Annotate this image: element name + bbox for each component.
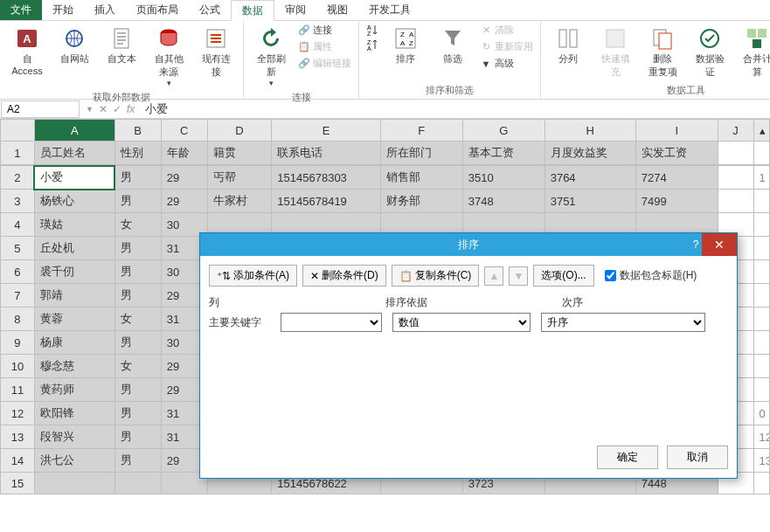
- cell[interactable]: 性别: [114, 142, 161, 165]
- cell[interactable]: 洪七公: [34, 449, 114, 473]
- cell[interactable]: [718, 190, 753, 213]
- delete-level-button[interactable]: ✕删除条件(D): [302, 265, 386, 287]
- cell[interactable]: 员工姓名: [34, 142, 114, 165]
- cell[interactable]: 男: [114, 284, 161, 307]
- sort-on-select[interactable]: 数值: [392, 313, 531, 332]
- cell[interactable]: 15145678303: [272, 166, 381, 190]
- cell[interactable]: 3764: [545, 166, 635, 190]
- reapply-link[interactable]: ↻重新应用: [478, 39, 535, 54]
- cell[interactable]: 所在部门: [380, 142, 462, 165]
- cell[interactable]: 男: [114, 331, 161, 355]
- tab-review[interactable]: 审阅: [274, 0, 316, 20]
- cancel-button[interactable]: 取消: [667, 446, 728, 469]
- tab-layout[interactable]: 页面布局: [126, 0, 189, 20]
- tab-formula[interactable]: 公式: [189, 0, 231, 20]
- cell[interactable]: 男: [114, 449, 161, 473]
- cell[interactable]: 女: [114, 355, 161, 378]
- confirm-icon[interactable]: ✓: [113, 103, 121, 115]
- edit-links-link[interactable]: 🔗编辑链接: [296, 56, 353, 71]
- dialog-titlebar[interactable]: 排序 ? ✕: [200, 233, 737, 256]
- connections-link[interactable]: 🔗连接: [296, 23, 353, 38]
- cell[interactable]: 7499: [635, 190, 718, 213]
- filter-button[interactable]: 筛选: [431, 23, 475, 67]
- cell[interactable]: 裘千仞: [34, 260, 114, 284]
- select-all[interactable]: [1, 120, 35, 142]
- row-11[interactable]: 11: [1, 378, 35, 402]
- cell[interactable]: 男: [114, 378, 161, 402]
- from-access-button[interactable]: A 自 Access: [5, 23, 49, 78]
- properties-link[interactable]: 📋属性: [296, 39, 353, 54]
- row-6[interactable]: 6: [1, 260, 35, 284]
- sort-asc-button[interactable]: AZ: [364, 23, 380, 37]
- cell[interactable]: 杨康: [34, 331, 114, 355]
- cell[interactable]: 穆念慈: [34, 355, 114, 378]
- row-12[interactable]: 12: [1, 402, 35, 425]
- row-3[interactable]: 3: [1, 190, 35, 213]
- cell[interactable]: 3748: [462, 190, 545, 213]
- tab-file[interactable]: 文件: [0, 0, 42, 20]
- row-2[interactable]: 2: [1, 166, 35, 190]
- cell[interactable]: 女: [114, 213, 161, 237]
- remove-duplicates-button[interactable]: 删除 重复项: [641, 23, 684, 80]
- cell[interactable]: [718, 166, 753, 190]
- cell[interactable]: 男: [114, 237, 161, 260]
- row-14[interactable]: 14: [1, 449, 35, 473]
- col-I[interactable]: I: [635, 120, 718, 142]
- cancel-icon[interactable]: ✕: [99, 103, 108, 115]
- cell[interactable]: 实发工资: [635, 142, 718, 165]
- cell[interactable]: 女: [114, 307, 161, 331]
- cell[interactable]: [114, 473, 161, 494]
- row-9[interactable]: 9: [1, 331, 35, 355]
- close-button[interactable]: ✕: [702, 233, 737, 256]
- refresh-all-button[interactable]: 全部刷新 ▾: [249, 23, 293, 89]
- cell[interactable]: 黄蓉: [34, 307, 114, 331]
- cell[interactable]: 15145678419: [272, 190, 381, 213]
- row-10[interactable]: 10: [1, 355, 35, 378]
- col-J[interactable]: J: [718, 120, 753, 142]
- col-A[interactable]: A: [34, 120, 114, 142]
- column-select[interactable]: [281, 313, 382, 332]
- from-text-button[interactable]: 自文本: [100, 23, 143, 67]
- col-E[interactable]: E: [272, 120, 381, 142]
- flash-fill-button[interactable]: 快速填充: [593, 23, 637, 80]
- cell[interactable]: 男: [114, 425, 161, 449]
- cell[interactable]: 财务部: [380, 190, 462, 213]
- has-header-input[interactable]: [605, 270, 616, 281]
- cell[interactable]: 欧阳锋: [34, 402, 114, 425]
- row-8[interactable]: 8: [1, 307, 35, 331]
- cell[interactable]: 男: [114, 402, 161, 425]
- cell[interactable]: 郭靖: [34, 284, 114, 307]
- col-G[interactable]: G: [462, 120, 545, 142]
- cell[interactable]: 销售部: [380, 166, 462, 190]
- row-1[interactable]: 1: [1, 142, 35, 165]
- tab-insert[interactable]: 插入: [84, 0, 126, 20]
- cell[interactable]: 3510: [462, 166, 545, 190]
- col-H[interactable]: H: [545, 120, 635, 142]
- row-13[interactable]: 13: [1, 425, 35, 449]
- col-F[interactable]: F: [380, 120, 462, 142]
- scroll-up-icon[interactable]: ▴: [753, 120, 769, 142]
- options-button[interactable]: 选项(O)...: [533, 265, 593, 287]
- text-to-columns-button[interactable]: 分列: [546, 23, 590, 67]
- existing-conn-button[interactable]: 现有连接: [194, 23, 238, 80]
- tab-data[interactable]: 数据: [231, 0, 274, 21]
- from-other-button[interactable]: 自其他来源 ▾: [147, 23, 191, 89]
- col-D[interactable]: D: [207, 120, 272, 142]
- sort-button[interactable]: ZAAZ 排序: [384, 23, 427, 67]
- cell[interactable]: 杨铁心: [34, 190, 114, 213]
- fx-icon[interactable]: fx: [127, 103, 135, 115]
- col-C[interactable]: C: [161, 120, 207, 142]
- consolidate-button[interactable]: 合并计算: [735, 23, 770, 80]
- copy-level-button[interactable]: 📋复制条件(C): [392, 265, 480, 287]
- ok-button[interactable]: 确定: [597, 446, 658, 469]
- cell[interactable]: 29: [161, 190, 207, 213]
- cell[interactable]: 瑛姑: [34, 213, 114, 237]
- cell[interactable]: 月度效益奖: [545, 142, 635, 165]
- advanced-filter-link[interactable]: ▼高级: [478, 56, 535, 71]
- cell[interactable]: 年龄: [161, 142, 207, 165]
- cell[interactable]: 丘处机: [34, 237, 114, 260]
- data-validation-button[interactable]: 数据验 证: [688, 23, 732, 80]
- cell[interactable]: [34, 473, 114, 494]
- cell[interactable]: 7274: [635, 166, 718, 190]
- order-select[interactable]: 升序: [541, 313, 705, 332]
